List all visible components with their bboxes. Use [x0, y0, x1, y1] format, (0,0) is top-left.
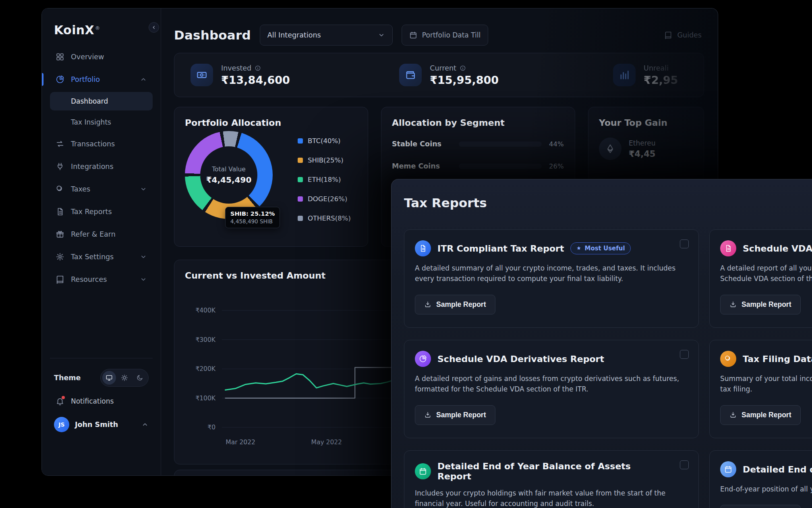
segment-row: Stable Coins 44% [392, 140, 564, 148]
book-icon [56, 275, 64, 284]
theme-dark-button[interactable] [133, 371, 147, 385]
sidebar-item-label: Tax Insights [71, 118, 111, 126]
report-checkbox[interactable] [680, 350, 689, 359]
legend-label: BTC(40%) [308, 137, 341, 145]
unrealized-value: ₹2,95 [644, 74, 678, 86]
sample-report-label: Sample Report [436, 411, 486, 419]
document-icon [56, 207, 64, 216]
pie-chart-icon [415, 351, 431, 367]
swap-arrows-icon [56, 139, 64, 148]
info-icon[interactable] [460, 65, 466, 71]
portfolio-data-till-label: Portfolio Data Till [422, 31, 481, 39]
svg-text:May 2022: May 2022 [311, 439, 342, 446]
sidebar-item-dashboard[interactable]: Dashboard [50, 92, 153, 110]
report-card-tax-filing-data: Tax Filing Data Summary of your total in… [709, 340, 812, 438]
sidebar-footer: Theme [50, 358, 153, 435]
theme-light-button[interactable] [118, 371, 131, 385]
sidebar-item-label: Portfolio [71, 75, 100, 83]
unrealized-stat-text: Unreali ₹2,95 [644, 64, 678, 86]
sidebar-item-resources[interactable]: Resources [50, 269, 153, 289]
segment-row: Meme Coins 26% [392, 162, 564, 170]
sidebar-item-tax-reports[interactable]: Tax Reports [50, 202, 153, 222]
integrations-filter-value: All Integrations [267, 31, 321, 39]
sidebar-item-refer-earn[interactable]: Refer & Earn [50, 224, 153, 244]
sidebar-item-label: Tax Settings [71, 253, 114, 261]
calendar-icon [415, 463, 431, 479]
donut-chart[interactable]: Total Value ₹4,45,490 [185, 131, 273, 219]
calendar-icon [720, 461, 736, 477]
sidebar-item-label: Dashboard [71, 97, 108, 105]
pie-icon [56, 75, 64, 84]
report-card-vda-derivatives: Schedule VDA Derivatives Report A detail… [404, 340, 699, 438]
sample-report-button[interactable]: Sample Report [720, 295, 801, 314]
sidebar-item-transactions[interactable]: Transactions [50, 134, 153, 154]
coins-icon [56, 185, 64, 194]
invested-value: ₹13,84,600 [221, 74, 290, 86]
legend-item: ETH(18%) [298, 175, 351, 183]
sidebar-item-taxes[interactable]: Taxes [50, 179, 153, 199]
sidebar-item-label: Transactions [71, 140, 115, 148]
unrealized-label: Unreali [644, 64, 669, 72]
coins-icon [720, 351, 736, 367]
grid-icon [56, 52, 64, 61]
legend-swatch [298, 138, 303, 144]
legend-swatch [298, 158, 303, 163]
document-icon [415, 240, 431, 256]
sidebar-collapse-button[interactable] [149, 22, 159, 33]
legend-swatch [298, 177, 303, 182]
star-icon [576, 246, 582, 251]
user-name: John Smith [75, 421, 118, 429]
report-checkbox[interactable] [680, 460, 689, 469]
sidebar-item-tax-insights[interactable]: Tax Insights [50, 113, 153, 131]
sample-report-button[interactable]: Sample Report [415, 295, 495, 314]
sample-report-label: Sample Report [742, 411, 791, 419]
summary-stats-card: Invested ₹13,84,600 Current ₹15,95,800 [174, 53, 704, 97]
theme-toggle [100, 369, 149, 387]
report-title: ITR Compliant Tax Report [437, 244, 564, 254]
chevron-down-icon [140, 185, 147, 193]
legend-item: OTHERS(8%) [298, 214, 351, 222]
sidebar: KoinX® Overview Portfolio Dashboard [42, 8, 161, 475]
donut-chart-area: Total Value ₹4,45,490 SHIB: 25.12% 4,458… [185, 131, 286, 222]
allocation-by-segment-title: Allocation by Segment [392, 118, 564, 128]
download-icon [424, 411, 431, 418]
registered-mark: ® [95, 25, 100, 31]
legend-swatch [298, 216, 303, 221]
sample-report-button[interactable]: Sample Report [720, 505, 801, 508]
current-label: Current [430, 64, 456, 72]
top-gain-text: Ethereu ₹4,45 [629, 139, 656, 159]
theme-system-button[interactable] [102, 371, 116, 385]
chevron-left-icon [151, 25, 157, 30]
current-stat: Current ₹15,95,800 [399, 64, 613, 86]
chevron-down-icon [378, 31, 385, 39]
sample-report-label: Sample Report [436, 300, 486, 309]
download-icon [729, 411, 737, 418]
sample-report-button[interactable]: Sample Report [415, 405, 495, 425]
notification-dot [62, 396, 65, 399]
report-title: Schedule VDA [743, 244, 812, 254]
sidebar-item-overview[interactable]: Overview [50, 47, 153, 67]
report-checkbox[interactable] [680, 239, 689, 248]
sidebar-item-integrations[interactable]: Integrations [50, 156, 153, 177]
sample-report-button[interactable]: Sample Report [720, 405, 801, 425]
gift-icon [56, 230, 64, 239]
invested-label: Invested [221, 64, 251, 72]
tax-reports-title: Tax Reports [404, 196, 812, 210]
report-description: Includes your crypto holdings with fair … [415, 488, 688, 508]
svg-text:Mar 2022: Mar 2022 [226, 439, 255, 446]
svg-text:₹400K: ₹400K [195, 307, 215, 314]
sidebar-item-portfolio[interactable]: Portfolio [50, 69, 153, 90]
integrations-filter-select[interactable]: All Integrations [260, 25, 393, 46]
donut-center: Total Value ₹4,45,490 [200, 146, 257, 204]
sidebar-item-label: Overview [71, 53, 104, 61]
notifications-item[interactable]: Notifications [50, 391, 153, 411]
guides-button[interactable]: Guides [664, 31, 704, 39]
ethereum-icon [599, 137, 621, 160]
donut-legend: BTC(40%) SHIB(25%) ETH(18%) DOGE(26%) OT… [286, 137, 351, 222]
portfolio-data-till-field[interactable]: Portfolio Data Till [402, 25, 488, 46]
user-menu[interactable]: JS John Smith [50, 414, 153, 435]
guides-label: Guides [677, 31, 702, 39]
info-icon[interactable] [255, 65, 261, 71]
sidebar-item-tax-settings[interactable]: Tax Settings [50, 247, 153, 267]
active-accent-bar [42, 73, 44, 86]
